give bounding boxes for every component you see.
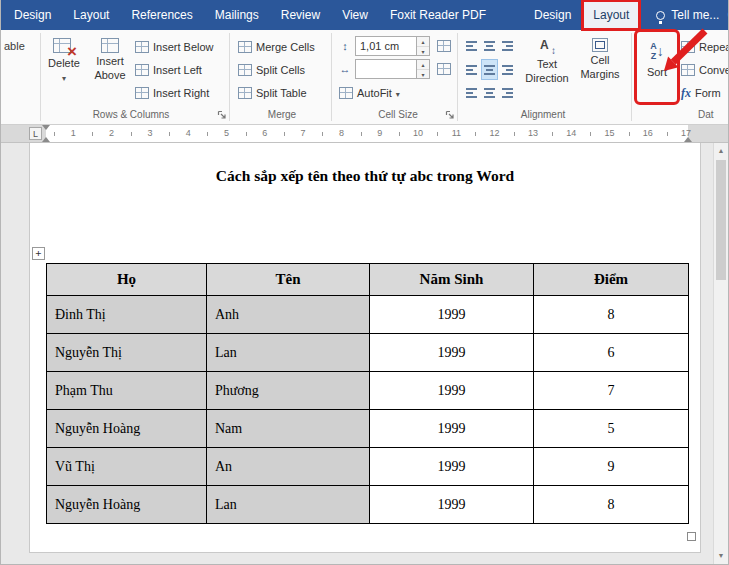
split-table-label: Split Table bbox=[256, 87, 307, 99]
row-height-input[interactable]: 1,01 cm bbox=[355, 36, 417, 56]
align-top-right-button[interactable] bbox=[499, 36, 516, 57]
table-cell[interactable]: 8 bbox=[534, 296, 689, 334]
spinner-up-icon[interactable] bbox=[417, 60, 429, 69]
convert-to-text-button[interactable]: Conve bbox=[681, 59, 729, 81]
table-cell[interactable]: 1999 bbox=[370, 296, 534, 334]
table-cell[interactable]: 9 bbox=[534, 448, 689, 486]
merge-cells-label: Merge Cells bbox=[256, 41, 315, 53]
ruler-tick bbox=[552, 132, 553, 136]
tab-mailings[interactable]: Mailings bbox=[204, 0, 270, 30]
tab-references[interactable]: References bbox=[120, 0, 203, 30]
table-cell[interactable]: Nam bbox=[207, 410, 370, 448]
autofit-button[interactable]: AutoFit bbox=[339, 82, 400, 104]
cell-margins-button[interactable]: Cell Margins bbox=[575, 33, 625, 101]
tab-layout[interactable]: Layout bbox=[62, 0, 120, 30]
align-top-center-button[interactable] bbox=[481, 36, 498, 57]
scrollbar-thumb[interactable] bbox=[716, 160, 726, 280]
table-cell[interactable]: Phương bbox=[207, 372, 370, 410]
table-cell[interactable]: 5 bbox=[534, 410, 689, 448]
align-bottom-left-button[interactable] bbox=[463, 82, 480, 103]
table-cell[interactable]: 6 bbox=[534, 334, 689, 372]
table-header-cell[interactable]: Năm Sinh bbox=[370, 264, 534, 296]
align-center-button[interactable] bbox=[481, 59, 498, 80]
table-cell[interactable]: Anh bbox=[207, 296, 370, 334]
table-cell[interactable]: 1999 bbox=[370, 372, 534, 410]
table-cell[interactable]: 1999 bbox=[370, 486, 534, 524]
insert-left-button[interactable]: Insert Left bbox=[135, 59, 202, 81]
scroll-up-icon[interactable] bbox=[714, 143, 728, 159]
ruler-number: 9 bbox=[377, 128, 382, 138]
formula-button[interactable]: Form bbox=[681, 82, 721, 104]
ribbon-tabs: DesignLayoutReferencesMailingsReviewView… bbox=[1, 0, 640, 30]
dialog-launcher-icon[interactable] bbox=[445, 110, 455, 120]
tab-selector[interactable] bbox=[29, 127, 42, 140]
document-title[interactable]: Cách sắp xếp tên theo thứ tự abc trong W… bbox=[30, 167, 700, 185]
group-divider bbox=[40, 33, 41, 121]
table-header-cell[interactable]: Họ bbox=[47, 264, 207, 296]
group-divider bbox=[229, 33, 230, 121]
column-width-spinner[interactable] bbox=[417, 59, 430, 79]
column-width-input[interactable] bbox=[355, 59, 417, 79]
ruler-tick bbox=[92, 132, 93, 136]
split-cells-button[interactable]: Split Cells bbox=[238, 59, 305, 81]
row-height-spinner[interactable] bbox=[417, 36, 430, 56]
table-group-fragment[interactable]: able bbox=[4, 40, 25, 52]
tab-foxit-reader-pdf[interactable]: Foxit Reader PDF bbox=[379, 0, 497, 30]
tab-layout-contextual[interactable]: Layout bbox=[582, 0, 640, 30]
table-cell[interactable]: Nguyễn Thị bbox=[47, 334, 207, 372]
table-cell[interactable]: Phạm Thu bbox=[47, 372, 207, 410]
tab-review[interactable]: Review bbox=[270, 0, 331, 30]
hanging-indent-marker[interactable] bbox=[42, 133, 50, 142]
insert-below-button[interactable]: Insert Below bbox=[135, 36, 214, 58]
vertical-scrollbar[interactable] bbox=[713, 143, 728, 564]
table-cell[interactable]: Vũ Thị bbox=[47, 448, 207, 486]
split-cells-icon bbox=[238, 64, 252, 76]
ribbon: able Delete Insert Above Insert Below In… bbox=[1, 30, 728, 125]
table-header-cell[interactable]: Điểm bbox=[534, 264, 689, 296]
table-cell[interactable]: 8 bbox=[534, 486, 689, 524]
table-cell[interactable]: Lan bbox=[207, 334, 370, 372]
table-cell[interactable]: An bbox=[207, 448, 370, 486]
convert-to-text-icon bbox=[681, 64, 695, 76]
align-center-left-button[interactable] bbox=[463, 59, 480, 80]
ruler-number: 7 bbox=[301, 128, 306, 138]
table-cell[interactable]: 7 bbox=[534, 372, 689, 410]
column-width-icon bbox=[338, 61, 352, 77]
split-table-button[interactable]: Split Table bbox=[238, 82, 307, 104]
share-button[interactable]: Cha bbox=[719, 0, 729, 30]
delete-button[interactable]: Delete bbox=[45, 33, 83, 101]
spinner-down-icon[interactable] bbox=[417, 69, 429, 79]
table-cell[interactable]: Đinh Thị bbox=[47, 296, 207, 334]
align-bottom-right-button[interactable] bbox=[499, 82, 516, 103]
table-cell[interactable]: Nguyễn Hoàng bbox=[47, 410, 207, 448]
merge-group-label: Merge bbox=[239, 109, 325, 120]
distribute-rows-icon[interactable] bbox=[437, 40, 451, 52]
text-direction-button[interactable]: Text Direction bbox=[523, 33, 571, 101]
table-cell[interactable]: Nguyễn Hoàng bbox=[47, 486, 207, 524]
table-cell[interactable]: Lan bbox=[207, 486, 370, 524]
tell-me-box[interactable]: Tell me... bbox=[656, 0, 719, 30]
align-center-right-button[interactable] bbox=[499, 59, 516, 80]
align-top-left-button[interactable] bbox=[463, 36, 480, 57]
sort-button[interactable]: Sort bbox=[638, 33, 676, 101]
tab-view[interactable]: View bbox=[331, 0, 379, 30]
table-resize-handle[interactable] bbox=[687, 532, 696, 541]
table-cell[interactable]: 1999 bbox=[370, 410, 534, 448]
merge-cells-button[interactable]: Merge Cells bbox=[238, 36, 315, 58]
tab-design[interactable]: Design bbox=[3, 0, 62, 30]
distribute-columns-icon[interactable] bbox=[437, 63, 451, 75]
dialog-launcher-icon[interactable] bbox=[217, 110, 227, 120]
repeat-header-rows-button[interactable]: Repea bbox=[681, 36, 729, 58]
spinner-down-icon[interactable] bbox=[417, 46, 429, 56]
scroll-down-icon[interactable] bbox=[714, 548, 728, 564]
spinner-up-icon[interactable] bbox=[417, 37, 429, 46]
align-bottom-center-button[interactable] bbox=[481, 82, 498, 103]
table-cell[interactable]: 1999 bbox=[370, 334, 534, 372]
table-header-cell[interactable]: Tên bbox=[207, 264, 370, 296]
insert-right-button[interactable]: Insert Right bbox=[135, 82, 209, 104]
tab-design-contextual[interactable]: Design bbox=[523, 0, 582, 30]
table-cell[interactable]: 1999 bbox=[370, 448, 534, 486]
insert-above-button[interactable]: Insert Above bbox=[88, 33, 132, 101]
table-header-row: HọTênNăm SinhĐiểm bbox=[47, 264, 689, 296]
table-move-handle[interactable] bbox=[32, 247, 45, 260]
